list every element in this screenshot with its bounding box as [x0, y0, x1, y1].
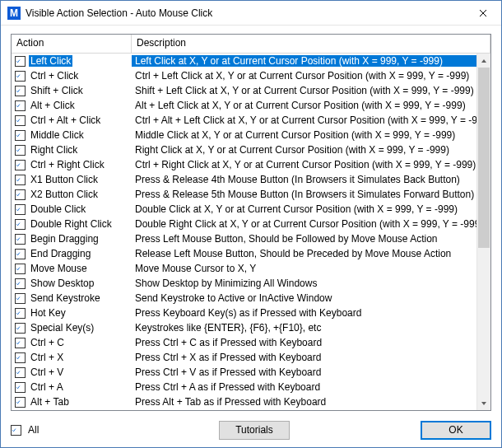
action-label: Ctrl + C: [29, 337, 66, 348]
row-checkbox[interactable]: [15, 86, 26, 96]
list-item[interactable]: Move MouseMove Mouse Cursor to X, Y: [12, 261, 490, 276]
row-checkbox[interactable]: [15, 352, 26, 363]
row-checkbox[interactable]: [15, 115, 26, 126]
row-checkbox[interactable]: [15, 204, 26, 215]
action-label: Ctrl + Right Click: [29, 159, 106, 170]
action-label: Begin Dragging: [29, 233, 100, 245]
row-checkbox[interactable]: [15, 145, 26, 156]
row-checkbox[interactable]: [15, 293, 26, 304]
action-label: Ctrl + X: [29, 352, 65, 363]
list-body: Left ClickLeft Click at X, Y or at Curre…: [12, 54, 490, 410]
list-item[interactable]: End DraggingRelease Left Mouse Button, S…: [12, 246, 490, 261]
description-label: Show Desktop by Minimizing All Windows: [132, 278, 490, 289]
row-checkbox[interactable]: [15, 308, 26, 319]
list-item[interactable]: Send KeystrokeSend Keystroke to Active o…: [12, 291, 490, 306]
action-label: Send Keystroke: [29, 292, 102, 304]
list-item[interactable]: Ctrl + Right ClickCtrl + Right Click at …: [12, 157, 490, 172]
action-label: Middle Click: [29, 129, 86, 141]
scroll-track[interactable]: [477, 68, 490, 396]
close-button[interactable]: [464, 1, 501, 26]
action-label: Hot Key: [29, 307, 67, 319]
action-label: Double Right Click: [29, 218, 114, 230]
row-checkbox[interactable]: [15, 234, 26, 245]
list-item[interactable]: Alt + ClickAlt + Left Click at X, Y or a…: [12, 98, 490, 113]
cell-action: Left Click: [12, 55, 132, 67]
description-label: Middle Click at X, Y or at Current Curso…: [132, 129, 490, 141]
description-label: Press Alt + Tab as if Pressed with Keybo…: [132, 396, 490, 408]
scroll-up-arrow-icon[interactable]: [477, 54, 490, 68]
row-checkbox[interactable]: [15, 382, 26, 393]
ok-button[interactable]: OK: [421, 421, 491, 440]
scroll-thumb[interactable]: [478, 68, 490, 248]
all-checkbox[interactable]: All: [11, 424, 39, 436]
column-header-action[interactable]: Action: [12, 35, 132, 53]
row-checkbox[interactable]: [15, 249, 26, 259]
row-checkbox[interactable]: [15, 264, 26, 274]
description-label: Move Mouse Cursor to X, Y: [132, 263, 490, 274]
row-checkbox[interactable]: [15, 323, 26, 334]
row-checkbox[interactable]: [15, 278, 26, 289]
list-item[interactable]: Show DesktopShow Desktop by Minimizing A…: [12, 276, 490, 291]
row-checkbox[interactable]: [15, 338, 26, 348]
list-item[interactable]: Special Key(s)Keystrokes like {ENTER}, {…: [12, 320, 490, 335]
cell-action: Move Mouse: [12, 263, 132, 274]
list-item[interactable]: Ctrl + APress Ctrl + A as if Pressed wit…: [12, 380, 490, 394]
list-item[interactable]: Double Right ClickDouble Right Click at …: [12, 217, 490, 231]
list-item[interactable]: Ctrl + XPress Ctrl + X as if Pressed wit…: [12, 350, 490, 365]
action-label: Ctrl + Click: [29, 70, 80, 82]
description-label: Double Click at X, Y or at Current Curso…: [132, 203, 490, 215]
list-item[interactable]: Ctrl + VPress Ctrl + V as if Pressed wit…: [12, 365, 490, 380]
list-item[interactable]: Alt + TabPress Alt + Tab as if Pressed w…: [12, 394, 490, 409]
action-label: X2 Button Click: [29, 189, 100, 200]
description-label: Double Right Click at X, Y or at Current…: [132, 218, 490, 230]
row-checkbox[interactable]: [15, 219, 26, 230]
list-item[interactable]: Right ClickRight Click at X, Y or at Cur…: [12, 142, 490, 157]
list-item[interactable]: Double ClickDouble Click at X, Y or at C…: [12, 202, 490, 217]
action-label: Show Desktop: [29, 278, 95, 289]
description-label: Press & Release 4th Mouse Button (In Bro…: [132, 174, 490, 185]
list-item[interactable]: X1 Button ClickPress & Release 4th Mouse…: [12, 172, 490, 187]
row-checkbox[interactable]: [15, 175, 26, 185]
row-checkbox[interactable]: [15, 397, 26, 408]
list-item[interactable]: Shift + ClickShift + Left Click at X, Y …: [12, 83, 490, 98]
cell-action: Ctrl + X: [12, 352, 132, 363]
list-item[interactable]: Begin DraggingPress Left Mouse Button, S…: [12, 231, 490, 246]
scrollbar[interactable]: [476, 54, 490, 410]
cell-action: Send Keystroke: [12, 292, 132, 304]
list-item[interactable]: Hot KeyPress Keyboard Key(s) as if Press…: [12, 306, 490, 320]
list-item[interactable]: Ctrl + CPress Ctrl + C as if Pressed wit…: [12, 335, 490, 350]
description-label: Press Keyboard Key(s) as if Pressed with…: [132, 307, 490, 319]
action-label: Alt + Click: [29, 100, 77, 111]
description-label: Ctrl + Left Click at X, Y or at Current …: [132, 70, 490, 82]
list-item[interactable]: Left ClickLeft Click at X, Y or at Curre…: [12, 54, 490, 68]
row-checkbox[interactable]: [15, 71, 26, 82]
row-checkbox[interactable]: [15, 100, 26, 111]
action-label: Move Mouse: [29, 263, 89, 274]
cell-action: Alt + Click: [12, 100, 132, 111]
list-item[interactable]: X2 Button ClickPress & Release 5th Mouse…: [12, 187, 490, 202]
list-item[interactable]: Ctrl + Alt + ClickCtrl + Alt + Left Clic…: [12, 113, 490, 128]
cell-action: Right Click: [12, 144, 132, 156]
cell-action: Alt + Tab: [12, 396, 132, 408]
action-label: Right Click: [29, 144, 79, 156]
cell-action: Begin Dragging: [12, 233, 132, 245]
row-checkbox[interactable]: [15, 160, 26, 170]
list-item[interactable]: Middle ClickMiddle Click at X, Y or at C…: [12, 128, 490, 142]
action-label: Alt + Tab: [29, 396, 71, 408]
description-label: Release Left Mouse Button, Should be Pre…: [132, 248, 490, 259]
cell-action: Double Click: [12, 203, 132, 215]
scroll-down-arrow-icon[interactable]: [477, 396, 490, 410]
column-header-description[interactable]: Description: [132, 35, 490, 53]
list-header: Action Description: [12, 35, 490, 54]
action-list: Action Description Left ClickLeft Click …: [11, 34, 491, 411]
tutorials-button[interactable]: Tutorials: [219, 421, 290, 440]
row-checkbox[interactable]: [15, 130, 26, 141]
titlebar: M Visible Action Selection - Auto Mouse …: [1, 1, 501, 26]
list-item[interactable]: Ctrl + ClickCtrl + Left Click at X, Y or…: [12, 68, 490, 83]
row-checkbox[interactable]: [15, 189, 26, 200]
action-label: X1 Button Click: [29, 174, 100, 185]
row-checkbox[interactable]: [15, 56, 26, 67]
app-icon: M: [7, 7, 21, 20]
row-checkbox[interactable]: [15, 367, 26, 378]
footer-row: All Tutorials OK: [11, 411, 491, 441]
